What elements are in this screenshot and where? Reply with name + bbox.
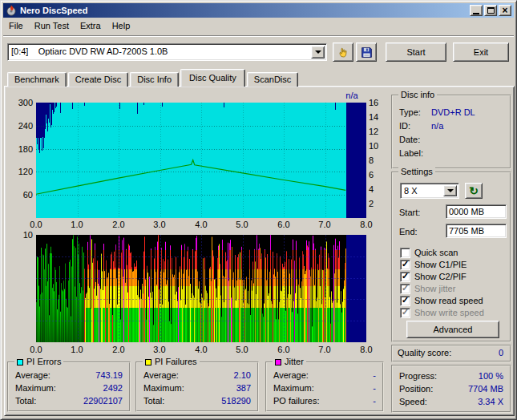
refresh-button[interactable]: ↻ [465,183,483,199]
axis-tick-label: 3.0 [150,220,169,229]
axis-tick-label: 120 [14,167,33,176]
disc-info-title: Disc info [398,90,437,100]
end-label: End: [399,227,418,236]
check-icon: ✓ [402,308,409,317]
stats-row: Average: - [273,370,376,382]
eject-button[interactable] [333,42,353,62]
tabbar: Benchmark Create Disc Disc Info Disc Qua… [7,69,297,87]
show-jitter-checkbox[interactable]: ✓ Show jitter [400,283,455,294]
jitter-stats-title: Jitter [273,357,306,367]
show-c1-pie-checkbox[interactable]: ✓ Show C1/PIE [400,259,467,270]
menu-help[interactable]: Help [107,18,136,33]
tab-scandisc[interactable]: ScanDisc [247,72,298,87]
stats-value: 2492 [103,383,123,393]
checkbox-box[interactable]: ✓ [400,308,410,318]
axis-tick-label: 8.0 [357,220,376,229]
checkbox-box[interactable]: ✓ [400,248,410,258]
speed-select[interactable]: 8 X [400,183,459,199]
stats-value: 387 [236,383,251,393]
menu-run-test[interactable]: Run Test [29,18,75,33]
disc-info-group: Disc info Type: DVD+R DL ID: n/a Date: L… [391,95,511,169]
disc-info-label: ID: [399,121,410,131]
stats-row: Maximum: - [273,383,376,394]
exit-button[interactable]: Exit [453,42,509,62]
speed-value: 3.34 X [478,397,503,406]
tab-benchmark[interactable]: Benchmark [7,72,67,87]
speed-row: Speed: 3.34 X [399,397,503,408]
close-icon: × [502,6,507,15]
disc-info-value: DVD+R DL [431,107,475,117]
progress-group: Progress: 100 % Position: 7704 MB Speed:… [391,365,511,413]
menu-divider [3,35,514,37]
checkbox-box[interactable]: ✓ [400,272,410,282]
menu-file[interactable]: File [3,18,29,33]
checkbox-box[interactable]: ✓ [400,260,410,270]
pi-failures-swatch [145,359,151,365]
stats-title: PI Errors [26,357,61,366]
axis-tick-label: 2 [369,199,374,208]
speed-select-dropdown[interactable] [443,185,457,196]
app-icon [6,5,17,16]
disc-info-label: Type: [399,107,421,117]
close-button[interactable]: × [499,5,511,16]
checkbox-label: Show C2/PIF [414,272,467,281]
stats-row: Total: 518290 [143,396,251,407]
chevron-down-icon [447,189,454,192]
checkbox-label: Quick scan [414,248,458,257]
axis-tick-label: 240 [14,121,33,131]
jitter-swatch [275,359,281,365]
stats-title: PI Failures [155,357,197,366]
drive-selector-dropdown[interactable] [311,46,325,59]
axis-tick-label: 4.0 [192,345,211,354]
stats-row: Maximum: 2492 [15,383,123,394]
start-field[interactable]: 0000 MB [446,204,507,219]
refresh-icon: ↻ [469,185,479,196]
speed-select-value: 8 X [404,186,441,196]
maximize-icon [487,7,495,14]
checkbox-box[interactable]: ✓ [400,296,410,306]
tab-disc-quality[interactable]: Disc Quality [180,69,245,87]
stats-title: Jitter [285,357,304,366]
check-icon: ✓ [402,296,409,305]
maximize-button[interactable] [484,5,497,16]
quick-scan-checkbox[interactable]: ✓ Quick scan [400,247,458,258]
stats-row: PO failures: - [273,396,376,407]
stats-value: - [373,396,376,406]
axis-tick-label: 10 [14,230,33,240]
disc-info-label: Label: [399,148,423,158]
minimize-icon [473,13,479,14]
tab-disc-info[interactable]: Disc Info [130,72,179,87]
advanced-button[interactable]: Advanced [406,321,499,338]
checkbox-box[interactable]: ✓ [400,284,410,294]
disc-info-value: n/a [431,121,443,131]
show-write-speed-checkbox[interactable]: ✓ Show write speed [400,307,484,318]
axis-tick-label: 8.0 [357,345,376,354]
axis-tick-label: 6.0 [274,220,293,229]
minimize-button[interactable] [470,5,483,16]
tab-create-disc[interactable]: Create Disc [68,72,128,87]
checkbox-label: Show write speed [414,308,484,317]
axis-tick-label: 60 [14,190,33,200]
drive-selector[interactable]: [0:4] Optiarc DVD RW AD-7200S 1.0B [7,43,327,61]
save-button[interactable] [356,42,377,62]
stats-value: - [373,370,376,380]
axis-tick-label: 6.0 [274,345,293,354]
check-icon: ✓ [402,272,409,281]
stats-row: Maximum: 387 [143,383,251,394]
axis-tick-label: 2.0 [109,345,128,354]
window-controls: × [470,5,511,16]
show-c2-pif-checkbox[interactable]: ✓ Show C2/PIF [400,271,467,282]
position-value: 7704 MB [468,384,503,394]
menu-extra[interactable]: Extra [75,18,107,33]
start-button[interactable]: Start [386,42,446,62]
end-field[interactable]: 7705 MB [446,224,507,238]
show-read-speed-checkbox[interactable]: ✓ Show read speed [400,295,483,306]
pi-errors-chart [36,103,366,218]
axis-tick-label: 0.0 [26,220,46,229]
checkbox-label: Show C1/PIE [414,260,467,269]
position-label: Position: [399,384,433,394]
app-window: Nero DiscSpeed × File Run Test Extra Hel… [0,0,517,420]
pi-failures-stats-title: PI Failures [143,357,200,367]
pi-errors-stats-title: PI Errors [14,357,63,367]
menubar: File Run Test Extra Help [3,18,514,34]
